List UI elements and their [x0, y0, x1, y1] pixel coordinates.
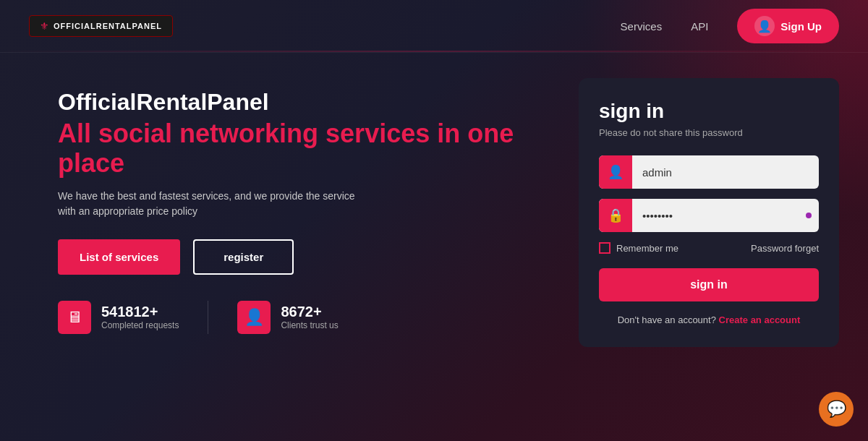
password-indicator	[806, 213, 812, 218]
logo-text: OFFICIALRENTALPANEL	[54, 22, 162, 30]
signin-panel: sign in Please do not share this passwor…	[579, 78, 839, 347]
stats-section: 🖥 541812+ Completed requests 👤 8672+ Cli…	[58, 301, 550, 334]
list-of-services-button[interactable]: List of services	[58, 239, 180, 275]
signin-subtitle: Please do not share this password	[599, 127, 819, 138]
signin-button[interactable]: sign in	[599, 268, 819, 301]
stat-clients: 👤 8672+ Clients trust us	[208, 301, 338, 334]
cta-buttons: List of services register	[58, 239, 550, 275]
hero-section: OfficialRentalPanel All social networkin…	[58, 74, 550, 432]
avatar-icon: 👤	[754, 16, 775, 36]
stat-completed-requests: 🖥 541812+ Completed requests	[58, 301, 208, 334]
completed-requests-icon: 🖥	[58, 301, 91, 334]
hero-title-white: OfficialRentalPanel	[58, 89, 550, 116]
hero-description: We have the best and fastest services, a…	[58, 189, 369, 219]
completed-requests-number: 541812+	[101, 304, 179, 320]
password-input[interactable]	[632, 201, 806, 231]
username-input-group: 👤	[599, 155, 819, 189]
whatsapp-icon: 💬	[827, 400, 846, 419]
api-nav-link[interactable]: API	[691, 20, 708, 33]
signin-options: Remember me Password forget	[599, 242, 819, 254]
remember-me-text: Remember me	[616, 243, 678, 254]
logo-icon: ⚜	[40, 20, 49, 32]
no-account-text: Don't have an account?	[618, 314, 716, 325]
register-button[interactable]: register	[193, 239, 294, 275]
whatsapp-fab-button[interactable]: 💬	[819, 392, 854, 427]
remember-me-checkbox[interactable]	[599, 242, 610, 254]
clients-label: Clients trust us	[281, 320, 338, 330]
password-input-group: 🔒	[599, 199, 819, 232]
clients-icon: 👤	[237, 301, 271, 334]
forgot-password-link[interactable]: Password forget	[751, 243, 819, 254]
username-input[interactable]	[632, 158, 819, 187]
logo: ⚜ OFFICIALRENTALPANEL	[29, 15, 173, 37]
lock-icon: 🔒	[599, 199, 632, 232]
user-icon: 👤	[599, 155, 632, 189]
signup-button[interactable]: 👤 Sign Up	[737, 9, 839, 43]
hero-title-pink: All social networking services in one pl…	[58, 119, 550, 179]
main-content: OfficialRentalPanel All social networkin…	[0, 53, 868, 441]
create-account-link[interactable]: Create an account	[719, 314, 801, 325]
signin-title: sign in	[599, 100, 819, 123]
clients-number: 8672+	[281, 304, 338, 320]
remember-me-label[interactable]: Remember me	[599, 242, 678, 254]
create-account-section: Don't have an account? Create an account	[599, 314, 819, 325]
signup-label: Sign Up	[780, 20, 822, 33]
nav-links: Services API 👤 Sign Up	[621, 9, 839, 43]
services-nav-link[interactable]: Services	[621, 20, 663, 33]
navbar: ⚜ OFFICIALRENTALPANEL Services API 👤 Sig…	[0, 0, 868, 53]
completed-requests-label: Completed requests	[101, 320, 179, 330]
